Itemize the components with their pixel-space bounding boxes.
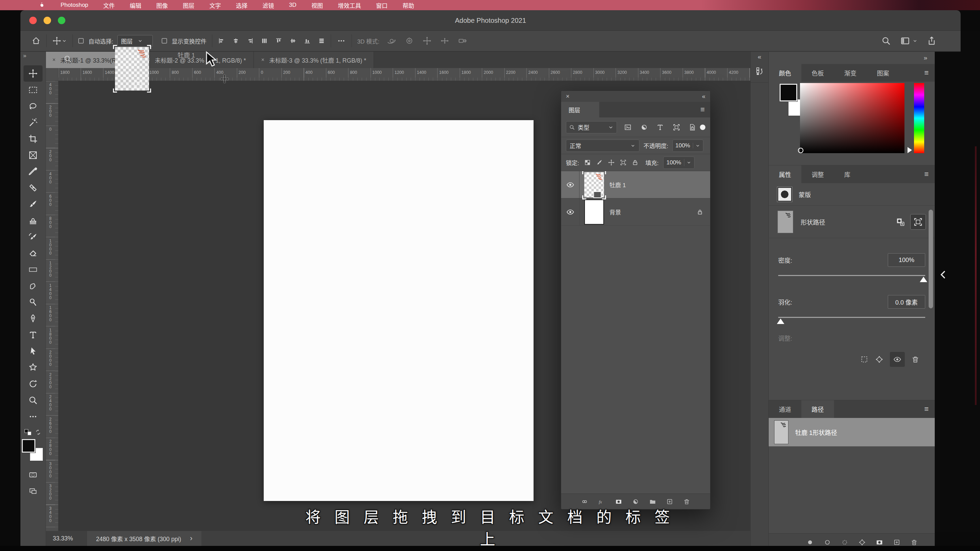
- align-icon[interactable]: [232, 37, 240, 45]
- tool-button[interactable]: [24, 98, 43, 115]
- panel-tab[interactable]: 路径: [801, 400, 834, 418]
- menu-item[interactable]: 图像: [156, 1, 168, 10]
- menu-item[interactable]: 图层: [183, 1, 194, 10]
- collapse-dock-icon[interactable]: «: [751, 52, 768, 61]
- chevron-right-icon[interactable]: ›: [190, 534, 192, 543]
- dragged-layer-ghost[interactable]: [115, 47, 149, 91]
- properties-footer-button[interactable]: [860, 355, 869, 364]
- document-tab[interactable]: × 未标题-2 @ 33.3% (鹿 1, RGB/8) *: [140, 52, 254, 68]
- layers-footer-icon[interactable]: [615, 498, 622, 505]
- expand-panels-icon[interactable]: »: [924, 54, 927, 62]
- paths-footer-icon[interactable]: [893, 538, 901, 546]
- tool-button[interactable]: [24, 359, 43, 376]
- tool-button[interactable]: [24, 343, 43, 359]
- hue-slider-marker[interactable]: [907, 147, 912, 153]
- document-canvas[interactable]: [264, 120, 533, 501]
- layer-thumbnail[interactable]: [584, 199, 604, 225]
- layer-filter-dropdown[interactable]: 类型: [566, 121, 617, 134]
- color-picker-marker[interactable]: [798, 148, 803, 153]
- share-icon[interactable]: [927, 36, 937, 46]
- screen-mode-icon[interactable]: [28, 487, 38, 495]
- document-info[interactable]: 2480 像素 x 3508 像素 (300 ppi) ›: [87, 531, 201, 546]
- panel-menu-icon[interactable]: ≡: [924, 64, 935, 82]
- tool-button[interactable]: [24, 278, 43, 294]
- shape-path-thumbnail[interactable]: [778, 211, 793, 233]
- panel-menu-icon[interactable]: ≡: [924, 400, 935, 418]
- vertical-ruler[interactable]: 4002000200400600800100012001400160018002…: [46, 81, 59, 531]
- filter-toggle-pin[interactable]: [700, 124, 705, 130]
- tool-button[interactable]: [24, 229, 43, 245]
- collapse-right-icon[interactable]: [937, 269, 949, 280]
- show-transform-checkbox[interactable]: [162, 38, 167, 43]
- tool-button[interactable]: [24, 82, 43, 98]
- panel-tab[interactable]: 渐变: [834, 64, 867, 82]
- align-icon[interactable]: [275, 37, 282, 45]
- tool-button[interactable]: [24, 261, 43, 278]
- tool-button[interactable]: [24, 376, 43, 392]
- menu-item[interactable]: 视图: [311, 1, 323, 10]
- more-options-icon[interactable]: [337, 36, 346, 46]
- layers-footer-icon[interactable]: [632, 498, 640, 505]
- menu-item[interactable]: 选择: [236, 1, 247, 10]
- menu-item[interactable]: 窗口: [376, 1, 388, 10]
- layers-panel-header[interactable]: × «: [561, 91, 710, 102]
- panel-tab[interactable]: 库: [834, 166, 861, 183]
- align-icon[interactable]: [218, 37, 225, 45]
- tool-button[interactable]: [24, 294, 43, 311]
- ruler-origin-corner[interactable]: [46, 68, 59, 81]
- feather-slider[interactable]: [778, 317, 925, 318]
- menu-item[interactable]: 滤镜: [262, 1, 274, 10]
- chevron-down-icon[interactable]: [62, 38, 67, 43]
- tool-button[interactable]: [24, 212, 43, 229]
- panel-tab[interactable]: 调整: [801, 166, 834, 183]
- align-icon[interactable]: [318, 37, 325, 45]
- tool-button[interactable]: [24, 115, 43, 131]
- swap-colors-icon[interactable]: [35, 429, 41, 436]
- tool-button[interactable]: [24, 147, 43, 163]
- paths-footer-icon[interactable]: [875, 538, 883, 546]
- panel-menu-icon[interactable]: ≡: [700, 102, 710, 118]
- paths-footer-icon[interactable]: [824, 538, 831, 546]
- panel-tab[interactable]: 属性: [769, 166, 801, 183]
- 3d-mode-icon[interactable]: [387, 36, 396, 46]
- hue-slider[interactable]: [914, 83, 924, 153]
- align-icon[interactable]: [247, 37, 254, 45]
- align-icon[interactable]: [289, 37, 297, 45]
- close-panel-icon[interactable]: ×: [566, 93, 570, 100]
- properties-footer-button[interactable]: [911, 355, 920, 364]
- blend-mode-dropdown[interactable]: 正常: [566, 140, 640, 152]
- zoom-level-field[interactable]: 33.33%: [53, 535, 73, 542]
- vector-mask-button[interactable]: [910, 214, 926, 230]
- layer-row[interactable]: 牡鹿 1: [561, 171, 710, 198]
- layer-filter-icon[interactable]: [688, 123, 697, 131]
- tool-button[interactable]: [24, 392, 43, 408]
- menu-item[interactable]: 增效工具: [338, 1, 361, 10]
- tool-button[interactable]: [24, 131, 43, 147]
- menu-item[interactable]: 文字: [209, 1, 221, 10]
- panel-tab[interactable]: 图案: [867, 64, 899, 82]
- apple-logo-icon[interactable]: [38, 2, 45, 9]
- lock-option-icon[interactable]: [596, 159, 603, 166]
- collapse-panel-icon[interactable]: «: [702, 93, 705, 100]
- horizontal-ruler[interactable]: 1800160014001200100080060040020002004006…: [59, 68, 750, 81]
- path-thumbnail[interactable]: [774, 420, 788, 444]
- lock-option-icon[interactable]: [584, 159, 591, 166]
- foreground-color-swatch[interactable]: [780, 84, 797, 102]
- move-tool-icon[interactable]: [52, 36, 62, 46]
- 3d-mode-icon[interactable]: [422, 36, 432, 46]
- home-icon[interactable]: [31, 36, 41, 46]
- auto-select-checkbox[interactable]: [78, 38, 84, 43]
- tool-button[interactable]: [24, 65, 43, 82]
- close-tab-icon[interactable]: ×: [261, 57, 264, 63]
- workspace-icon[interactable]: [900, 36, 910, 46]
- lock-option-icon[interactable]: [632, 159, 639, 166]
- layer-filter-icon[interactable]: [656, 123, 664, 131]
- layers-footer-icon[interactable]: [683, 498, 690, 505]
- tool-button[interactable]: [24, 408, 43, 425]
- search-icon[interactable]: [881, 36, 891, 46]
- menu-item[interactable]: 3D: [289, 2, 296, 8]
- panel-tab[interactable]: 颜色: [769, 64, 801, 82]
- layer-visibility-toggle[interactable]: [561, 198, 579, 225]
- layers-footer-icon[interactable]: [581, 498, 588, 505]
- menu-item[interactable]: 帮助: [402, 1, 414, 10]
